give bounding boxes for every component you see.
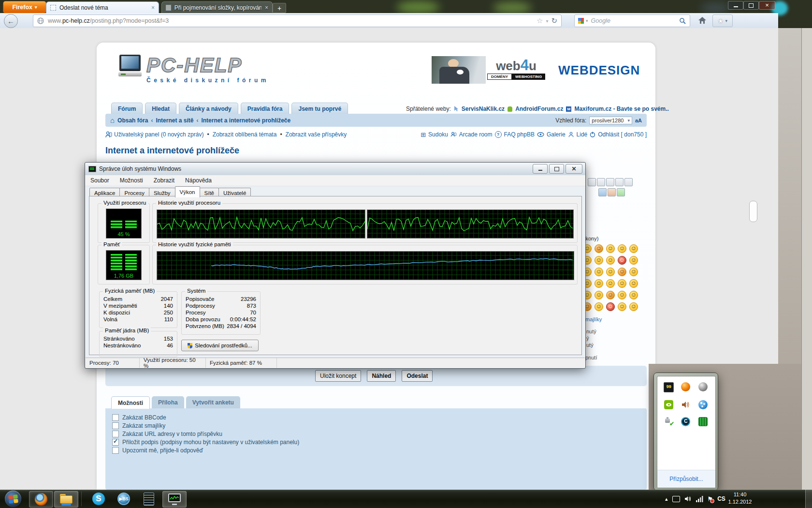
- nav-tab-rules[interactable]: Pravidla fóra: [241, 103, 290, 114]
- usb-eject-icon[interactable]: ✔: [664, 417, 673, 426]
- tray-expand-icon[interactable]: ▴: [665, 496, 668, 502]
- site-logo[interactable]: PC-HELP České diskuzní fórum: [118, 55, 269, 84]
- cable-icon[interactable]: [698, 382, 708, 391]
- taskbar-explorer[interactable]: [54, 491, 78, 508]
- people-link[interactable]: Lidé: [577, 131, 588, 138]
- smiley-icon[interactable]: ☺: [618, 291, 626, 299]
- friend-link[interactable]: ServisNaKlik.cz: [462, 105, 505, 112]
- firefox-menu-button[interactable]: Firefox ▾: [3, 1, 46, 14]
- tray-volume-icon[interactable]: [684, 495, 692, 502]
- checkbox-disable-urls[interactable]: [112, 431, 119, 437]
- nav-tab-articles[interactable]: Články a návody: [179, 103, 238, 114]
- smiley-icon[interactable]: ☺: [629, 302, 638, 311]
- nav-tab-forum[interactable]: Fórum: [111, 103, 143, 114]
- preview-button[interactable]: Náhled: [367, 370, 396, 382]
- search-box[interactable]: ▾ Google: [574, 15, 690, 27]
- smiley-icon[interactable]: ☺: [618, 279, 626, 288]
- customize-link[interactable]: Přizpůsobit...: [657, 470, 715, 488]
- logout-link[interactable]: Odhlásit [ don750 ]: [598, 131, 647, 138]
- smiley-icon[interactable]: ☺: [629, 244, 638, 253]
- close-tab-icon[interactable]: ×: [151, 4, 155, 11]
- close-button[interactable]: ✕: [566, 164, 582, 174]
- tab-options[interactable]: Možnosti: [111, 396, 150, 409]
- smiley-icon[interactable]: ☺: [618, 302, 626, 311]
- smiley-icon[interactable]: ☺: [594, 256, 603, 265]
- menu-help[interactable]: Nápověda: [180, 177, 217, 184]
- tray-monitor-icon[interactable]: [672, 496, 680, 502]
- browser-tab-inactive[interactable]: Při pojmenování složky, kopírování a ...…: [161, 1, 273, 14]
- breadcrumb-item[interactable]: Internet a internetové prohlížeče: [201, 117, 290, 124]
- taskbar-taskmanager[interactable]: [162, 491, 187, 508]
- bookmarks-button[interactable]: ★ ▾: [712, 15, 733, 27]
- editor-icon-fragment[interactable]: [615, 178, 624, 186]
- show-desktop-button[interactable]: [805, 490, 812, 508]
- user-panel-link[interactable]: Uživatelský panel (0 nových zpráv): [114, 131, 203, 138]
- url-bar[interactable]: www.pc-help.cz/posting.php?mode=post&f=3…: [33, 15, 562, 27]
- breadcrumb-home[interactable]: Obsah fóra: [117, 117, 148, 124]
- style-select[interactable]: prosilver1280▾: [589, 117, 632, 124]
- task-manager-titlebar[interactable]: Správce úloh systému Windows ✕: [85, 163, 585, 175]
- smiley-icon[interactable]: ☺: [606, 279, 615, 288]
- friend-link[interactable]: AndroidForum.cz: [515, 105, 563, 112]
- smiley-icon[interactable]: ☺: [629, 268, 638, 276]
- browser-tab-active[interactable]: Odeslat nové téma ×: [46, 1, 159, 14]
- smiley-more-link[interactable]: majlíky: [585, 316, 602, 322]
- submit-button[interactable]: Odeslat: [402, 370, 433, 382]
- smiley-icon[interactable]: ☺: [606, 244, 615, 253]
- maximize-button[interactable]: [743, 1, 759, 10]
- editor-icon-fragment[interactable]: [588, 178, 596, 186]
- new-tab-button[interactable]: +: [273, 3, 286, 13]
- checkbox-notify-reply[interactable]: [112, 447, 119, 454]
- editor-icon-fragment[interactable]: [597, 178, 605, 186]
- smiley-icon[interactable]: ☺: [594, 291, 603, 299]
- cpu-meter-icon[interactable]: 99: [664, 382, 674, 392]
- ad-webdesign-text[interactable]: WEBDESIGN: [558, 63, 640, 78]
- smiley-icon[interactable]: ☺: [606, 302, 615, 311]
- start-button[interactable]: [5, 491, 21, 507]
- checkbox-attach-signature[interactable]: [112, 439, 119, 446]
- maximize-button[interactable]: [549, 164, 564, 174]
- faq-link[interactable]: FAQ phpBB: [504, 131, 535, 138]
- scrollbar-thumb[interactable]: [749, 201, 757, 222]
- taskbar-clock[interactable]: 11:40 1.12.2012: [723, 491, 757, 506]
- memory-icon[interactable]: [698, 417, 708, 426]
- comodo-icon[interactable]: C: [681, 417, 690, 426]
- editor-icon-fragment[interactable]: [598, 188, 607, 196]
- friend-link[interactable]: Maxiforum.cz - Bavte se po svém..: [574, 105, 668, 112]
- tray-network-icon[interactable]: [696, 496, 703, 502]
- taskbar-skype[interactable]: S: [87, 491, 110, 507]
- tab-attachment[interactable]: Příloha: [152, 396, 184, 408]
- smiley-icon[interactable]: ☺: [594, 279, 603, 288]
- volume-icon[interactable]: [681, 400, 690, 409]
- orange-ball-icon[interactable]: [681, 382, 690, 391]
- your-posts-link[interactable]: Zobrazit vaše příspěvky: [286, 131, 347, 138]
- smiley-icon[interactable]: ☺: [594, 244, 603, 253]
- smiley-icon[interactable]: ☺: [606, 256, 615, 265]
- editor-icon-fragment[interactable]: [617, 188, 625, 196]
- nav-tab-search[interactable]: Hledat: [145, 103, 176, 114]
- smiley-icon[interactable]: ☺: [629, 291, 638, 299]
- tab-performance[interactable]: Výkon: [175, 186, 200, 197]
- taskbar-notepad[interactable]: [137, 491, 160, 507]
- editor-icon-fragment[interactable]: [624, 178, 633, 186]
- taskbar-firefox[interactable]: [29, 491, 53, 508]
- menu-options[interactable]: Možnosti: [115, 177, 148, 184]
- action-center-flag-icon[interactable]: ⚑: [708, 494, 713, 503]
- minimize-button[interactable]: [533, 164, 548, 174]
- smiley-icon[interactable]: ☺: [629, 256, 638, 265]
- smiley-icon[interactable]: ☺: [618, 268, 626, 276]
- smiley-icon[interactable]: ☺: [618, 244, 626, 253]
- search-engine-dropdown-icon[interactable]: ▾: [586, 18, 588, 23]
- minimize-button[interactable]: [728, 1, 743, 10]
- tab-poll[interactable]: Vytvořit anketu: [186, 396, 240, 408]
- menu-view[interactable]: Zobrazit: [148, 177, 180, 184]
- ad-banner[interactable]: web4u DOMÉNY WEBHOSTING: [432, 56, 547, 84]
- home-breadcrumb-icon[interactable]: ⌂: [110, 116, 115, 124]
- checkbox-disable-bbcode[interactable]: [112, 414, 119, 421]
- save-draft-button[interactable]: Uložit koncept: [315, 370, 361, 382]
- breadcrumb-item[interactable]: Internet a sítě: [156, 117, 193, 124]
- taskbar-bsplayer[interactable]: ▶BS: [112, 491, 135, 507]
- search-icon[interactable]: [679, 17, 686, 24]
- back-button[interactable]: ←: [4, 14, 18, 28]
- smiley-icon[interactable]: ☺: [618, 256, 626, 265]
